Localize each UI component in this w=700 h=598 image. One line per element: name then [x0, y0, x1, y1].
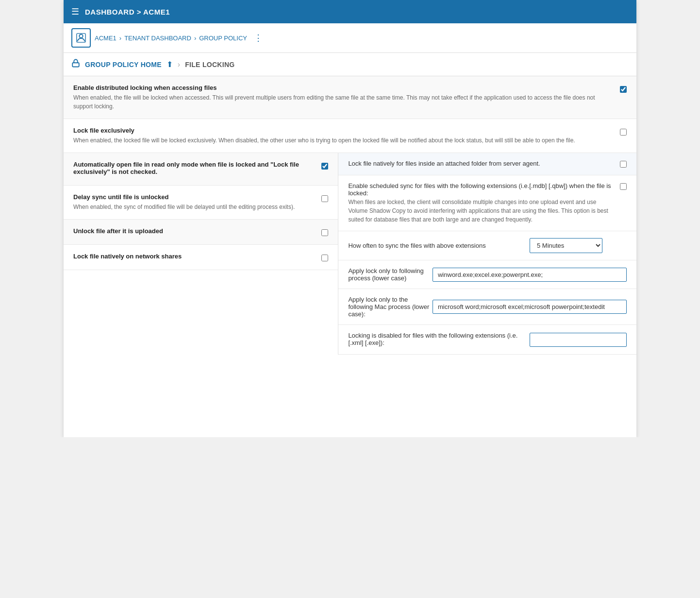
setting-read-only-title: Automatically open file in read only mod…: [73, 161, 314, 175]
read-only-checkbox[interactable]: [321, 163, 328, 170]
process-lock-mac-label: Apply lock only to the following Mac pro…: [348, 296, 433, 318]
disabled-extensions-row: Locking is disabled for files with the f…: [338, 325, 636, 355]
right-setting-scheduled-sync-desc: When files are locked, the client will c…: [348, 198, 612, 224]
setting-distributed-locking-control: [620, 84, 627, 93]
lock-natively-network-checkbox[interactable]: [321, 255, 328, 261]
sync-frequency-label: How often to sync the files with above e…: [348, 242, 530, 249]
setting-read-only-text: Automatically open file in read only mod…: [73, 161, 314, 177]
sync-frequency-select[interactable]: 1 Minute 2 Minutes 5 Minutes 10 Minutes …: [530, 238, 602, 253]
right-setting-scheduled-sync-title: Enable scheduled sync for files with the…: [348, 182, 612, 197]
sync-frequency-control: 1 Minute 2 Minutes 5 Minutes 10 Minutes …: [530, 238, 627, 253]
setting-distributed-locking-desc: When enabled, the file will be locked wh…: [73, 93, 612, 111]
breadcrumb-group-policy[interactable]: GROUP POLICY: [199, 34, 247, 42]
lock-icon: [71, 59, 80, 70]
setting-delay-sync-control: [321, 193, 328, 202]
lock-exclusively-checkbox[interactable]: [620, 129, 627, 136]
unlock-after-upload-checkbox[interactable]: [321, 229, 328, 236]
breadcrumb-sep1: ›: [119, 34, 121, 42]
disabled-extensions-input[interactable]: [530, 333, 627, 347]
setting-delay-sync-desc: When enabled, the sync of modified file …: [73, 203, 314, 211]
breadcrumb-tenant-dashboard[interactable]: TENANT DASHBOARD: [124, 34, 191, 42]
process-lock-mac-row: Apply lock only to the following Mac pro…: [338, 289, 636, 325]
process-lock-windows-row: Apply lock only to following process (lo…: [338, 260, 636, 289]
delay-sync-checkbox[interactable]: [321, 195, 328, 202]
breadcrumb-bar: ACME1 › TENANT DASHBOARD › GROUP POLICY …: [64, 23, 636, 53]
disabled-extensions-label: Locking is disabled for files with the f…: [348, 332, 522, 346]
top-section: Enable distributed locking when accessin…: [64, 76, 636, 153]
disabled-extensions-text: Locking is disabled for files with the f…: [348, 332, 522, 347]
file-locking-label: FILE LOCKING: [185, 61, 234, 68]
setting-unlock-after-upload-title: Unlock file after it is uploaded: [73, 227, 314, 235]
sub-header-arrow: ›: [178, 60, 180, 69]
left-column: Automatically open file in read only mod…: [64, 153, 338, 355]
process-lock-windows-input[interactable]: [433, 268, 627, 282]
setting-lock-natively-network-control: [321, 253, 328, 261]
setting-unlock-after-upload-control: [321, 227, 328, 236]
bottom-split: Automatically open file in read only mod…: [64, 153, 636, 355]
setting-read-only-control: [321, 161, 328, 170]
right-setting-scheduled-sync-text: Enable scheduled sync for files with the…: [348, 182, 612, 224]
svg-point-0: [79, 34, 83, 38]
setting-distributed-locking: Enable distributed locking when accessin…: [64, 76, 636, 119]
breadcrumb-more-icon[interactable]: ⋮: [254, 33, 263, 43]
group-policy-home-label: GROUP POLICY HOME: [85, 61, 162, 68]
menu-icon[interactable]: ☰: [71, 6, 79, 17]
upload-icon[interactable]: ⬆: [167, 60, 173, 69]
setting-delay-sync: Delay sync until file is unlocked When e…: [64, 186, 338, 220]
svg-rect-2: [72, 63, 79, 67]
setting-unlock-after-upload: Unlock file after it is uploaded: [64, 220, 338, 245]
setting-lock-exclusively-desc: When enabled, the locked file will be lo…: [73, 136, 612, 145]
setting-read-only: Automatically open file in read only mod…: [64, 153, 338, 186]
page-container: ☰ DASHBOARD > ACME1 ACME1 › TENANT DASHB…: [64, 0, 636, 437]
setting-lock-natively-network: Lock file natively on network shares: [64, 245, 338, 270]
right-setting-scheduled-sync: Enable scheduled sync for files with the…: [338, 175, 636, 231]
disabled-extensions-control: [530, 332, 627, 347]
right-setting-scheduled-sync-control: [620, 182, 627, 190]
process-lock-windows-label: Apply lock only to following process (lo…: [348, 267, 433, 282]
setting-lock-exclusively-control: [620, 127, 627, 136]
sub-header: GROUP POLICY HOME ⬆ › FILE LOCKING: [64, 53, 636, 76]
scheduled-sync-checkbox[interactable]: [620, 183, 627, 190]
right-setting-lock-natively-server-title: Lock file natively for files inside an a…: [348, 160, 612, 167]
sync-frequency-row: How often to sync the files with above e…: [338, 231, 636, 260]
setting-lock-exclusively-title: Lock file exclusively: [73, 127, 612, 134]
header: ☰ DASHBOARD > ACME1: [64, 0, 636, 23]
setting-delay-sync-text: Delay sync until file is unlocked When e…: [73, 193, 314, 211]
setting-lock-natively-network-title: Lock file natively on network shares: [73, 253, 314, 260]
right-setting-lock-natively-server: Lock file natively for files inside an a…: [338, 153, 636, 175]
process-lock-mac-control: [433, 300, 627, 314]
process-lock-windows-control: [433, 268, 627, 282]
setting-lock-natively-network-text: Lock file natively on network shares: [73, 253, 314, 262]
right-column: Lock file natively for files inside an a…: [338, 153, 636, 355]
process-lock-mac-input[interactable]: [433, 300, 627, 314]
setting-delay-sync-title: Delay sync until file is unlocked: [73, 193, 314, 201]
setting-lock-exclusively-text: Lock file exclusively When enabled, the …: [73, 127, 612, 145]
setting-unlock-after-upload-text: Unlock file after it is uploaded: [73, 227, 314, 237]
right-setting-lock-natively-server-control: [620, 160, 627, 168]
distributed-locking-checkbox[interactable]: [620, 86, 627, 93]
setting-distributed-locking-title: Enable distributed locking when accessin…: [73, 84, 612, 91]
breadcrumb-links: ACME1 › TENANT DASHBOARD › GROUP POLICY …: [95, 33, 263, 43]
right-setting-lock-natively-server-text: Lock file natively for files inside an a…: [348, 160, 612, 168]
breadcrumb-tenant[interactable]: ACME1: [95, 34, 117, 42]
content-area: Enable distributed locking when accessin…: [64, 76, 636, 355]
breadcrumb-sep2: ›: [194, 34, 196, 42]
lock-natively-server-checkbox[interactable]: [620, 161, 627, 168]
tenant-avatar-icon: [71, 28, 91, 48]
setting-distributed-locking-text: Enable distributed locking when accessin…: [73, 84, 612, 111]
setting-lock-exclusively: Lock file exclusively When enabled, the …: [64, 119, 636, 153]
header-title: DASHBOARD > ACME1: [85, 8, 170, 16]
